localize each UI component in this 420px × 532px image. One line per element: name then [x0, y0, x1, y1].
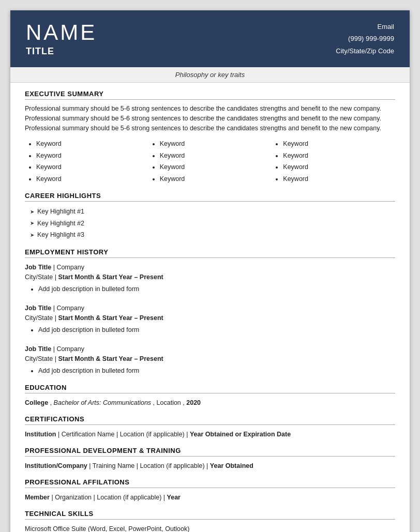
education-year: 2020	[186, 399, 201, 406]
job-bullet-1-1: Add job description in bulleted form	[38, 284, 395, 295]
highlights-list: Key Highlight #1 Key Highlight #2 Key Hi…	[25, 206, 395, 241]
job-company-2: Company	[56, 305, 84, 312]
header-left: NAME TITLE	[26, 21, 97, 56]
keyword-3-4: Keyword	[283, 173, 395, 185]
job-entry-2: Job Title | Company City/State | Start M…	[25, 303, 395, 336]
content-area: EXECUTIVE SUMMARY Professional summary s…	[10, 83, 410, 532]
job-bullets-3: Add job description in bulleted form	[25, 366, 395, 376]
job-title-line-1: Job Title | Company	[25, 262, 395, 272]
job-entry-1: Job Title | Company City/State | Start M…	[25, 262, 395, 295]
section-education: EDUCATION College , Bachelor of Arts: Co…	[25, 384, 395, 408]
resume-page: NAME TITLE Email (999) 999-9999 City/Sta…	[10, 10, 410, 532]
education-location: Location	[157, 399, 181, 406]
job-location-1: City/State	[25, 273, 53, 281]
keyword-1-4: Keyword	[36, 173, 148, 185]
job-title-1: Job Title	[25, 264, 51, 271]
keyword-2-2: Keyword	[160, 150, 272, 162]
job-company-3: Company	[56, 345, 84, 353]
keyword-col-1: Keyword Keyword Keyword Keyword	[25, 138, 148, 185]
section-employment-history: EMPLOYMENT HISTORY Job Title | Company C…	[25, 248, 395, 376]
summary-body: Professional summary should be 5-6 stron…	[25, 104, 395, 133]
job-bullets-1: Add job description in bulleted form	[25, 284, 395, 295]
dev-institution: Institution/Company	[25, 462, 87, 469]
keyword-1-1: Keyword	[36, 138, 148, 150]
education-college: College	[25, 399, 48, 406]
job-company-1: Company	[56, 264, 84, 271]
cert-sep3: |	[186, 431, 190, 438]
section-title-professional-affiliations: PROFESSIONAL AFFILATIONS	[25, 478, 395, 488]
keyword-3-3: Keyword	[283, 161, 395, 173]
job-dates-2: Start Month & Start Year – Present	[58, 314, 163, 322]
section-professional-development: PROFESSIONAL DEVELOPMENT & TRAINING Inst…	[25, 447, 395, 471]
highlight-3: Key Highlight #3	[30, 229, 395, 241]
job-dates-3: Start Month & Start Year – Present	[58, 355, 163, 362]
job-title-3: Job Title	[25, 345, 51, 353]
job-title-line-2: Job Title | Company	[25, 303, 395, 313]
cert-name: Certification Name	[62, 431, 115, 438]
affiliations-line: Member | Organization | Location (if app…	[25, 492, 395, 503]
job-title-line-3: Job Title | Company	[25, 344, 395, 354]
cert-sep1: |	[58, 431, 62, 438]
job-location-line-3: City/State | Start Month & Start Year – …	[25, 354, 395, 364]
job-bullet-3-1: Add job description in bulleted form	[38, 366, 395, 376]
section-executive-summary: EXECUTIVE SUMMARY Professional summary s…	[25, 90, 395, 185]
dev-training-name: Training Name	[93, 462, 135, 469]
section-technical-skills: TECHNICAL SKILLS Microsoft Office Suite …	[25, 510, 395, 532]
section-title-employment-history: EMPLOYMENT HISTORY	[25, 248, 395, 258]
philosophy-text: Philosophy or key traits	[175, 71, 245, 79]
email-label: Email	[336, 21, 394, 33]
education-sep2: ,	[153, 399, 157, 406]
job-location-line-2: City/State | Start Month & Start Year – …	[25, 313, 395, 323]
certifications-line: Institution | Certification Name | Locat…	[25, 429, 395, 439]
development-line: Institution/Company | Training Name | Lo…	[25, 461, 395, 471]
dev-location: Location (if applicable)	[140, 462, 205, 469]
affil-year: Year	[167, 494, 181, 501]
affil-member: Member	[25, 494, 50, 501]
cert-sep2: |	[116, 431, 120, 438]
location-text: City/State/Zip Code	[336, 45, 394, 57]
cert-institution: Institution	[25, 431, 56, 438]
header-name: NAME	[26, 21, 97, 44]
section-certifications: CERTIFICATIONS Institution | Certificati…	[25, 415, 395, 439]
header-title: TITLE	[26, 46, 97, 57]
skills-text: Microsoft Office Suite (Word, Excel, Pow…	[25, 524, 395, 532]
job-location-line-1: City/State | Start Month & Start Year – …	[25, 272, 395, 282]
keyword-1-2: Keyword	[36, 150, 148, 162]
affil-organization: Organization	[55, 494, 92, 501]
job-location-2: City/State	[25, 314, 53, 322]
section-title-education: EDUCATION	[25, 384, 395, 393]
section-title-career-highlights: CAREER HIGHLIGHTS	[25, 192, 395, 202]
keyword-1-3: Keyword	[36, 161, 148, 173]
cert-location: Location (if applicable)	[120, 431, 185, 438]
dev-year: Year Obtained	[210, 462, 253, 469]
job-dates-1: Start Month & Start Year – Present	[58, 273, 163, 281]
philosophy-bar: Philosophy or key traits	[10, 67, 410, 83]
section-title-professional-development: PROFESSIONAL DEVELOPMENT & TRAINING	[25, 447, 395, 457]
keywords-grid: Keyword Keyword Keyword Keyword Keyword …	[25, 138, 395, 185]
education-sep1: ,	[50, 399, 54, 406]
header-contact: Email (999) 999-9999 City/State/Zip Code	[336, 21, 394, 57]
job-title-2: Job Title	[25, 305, 51, 312]
keyword-col-2: Keyword Keyword Keyword Keyword	[148, 138, 272, 185]
dev-sep2: |	[137, 462, 140, 469]
job-bullets-2: Add job description in bulleted form	[25, 325, 395, 336]
section-career-highlights: CAREER HIGHLIGHTS Key Highlight #1 Key H…	[25, 192, 395, 241]
highlight-1: Key Highlight #1	[30, 206, 395, 218]
keyword-col-3: Keyword Keyword Keyword Keyword	[272, 138, 395, 185]
highlight-2: Key Highlight #2	[30, 218, 395, 230]
affil-location: Location (if applicable)	[97, 494, 161, 501]
job-bullet-2-1: Add job description in bulleted form	[38, 325, 395, 336]
keyword-3-2: Keyword	[283, 150, 395, 162]
section-title-executive-summary: EXECUTIVE SUMMARY	[25, 90, 395, 100]
keyword-3-1: Keyword	[283, 138, 395, 150]
header: NAME TITLE Email (999) 999-9999 City/Sta…	[10, 10, 410, 67]
affil-sep3: |	[163, 494, 167, 501]
section-title-technical-skills: TECHNICAL SKILLS	[25, 510, 395, 520]
section-title-certifications: CERTIFICATIONS	[25, 415, 395, 425]
education-line: College , Bachelor of Arts: Communicatio…	[25, 398, 395, 408]
cert-date: Year Obtained or Expiration Date	[190, 431, 291, 438]
keyword-2-3: Keyword	[160, 161, 272, 173]
job-entry-3: Job Title | Company City/State | Start M…	[25, 344, 395, 376]
keyword-2-1: Keyword	[160, 138, 272, 150]
education-degree: Bachelor of Arts: Communications	[54, 399, 152, 406]
